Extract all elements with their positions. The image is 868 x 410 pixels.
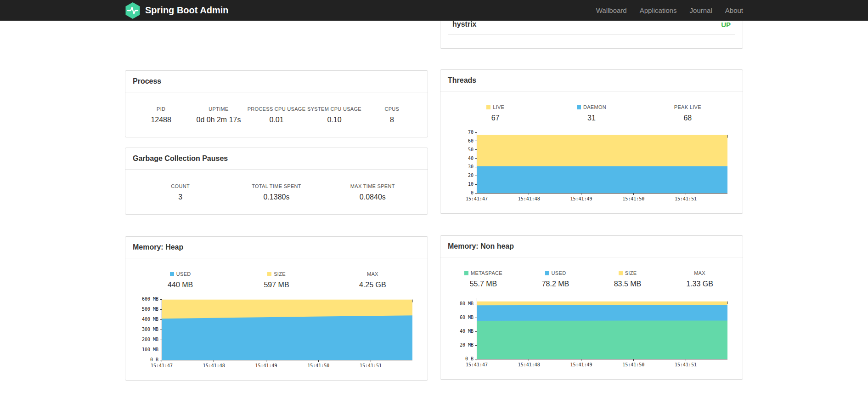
legend-label: USED [519, 270, 592, 276]
legend-heap-used: USED 440 MB [132, 271, 228, 289]
stat-value: 0.1380s [228, 193, 324, 201]
heap-panel: Memory: Heap USED 440 MB SIZE 597 MB [125, 236, 428, 381]
stat-value: 0.10 [305, 116, 363, 124]
svg-text:50: 50 [468, 147, 473, 152]
stat-system-cpu: SYSTEM CPU USAGE 0.10 [305, 106, 363, 124]
nonheap-chart-svg: 0 B20 MB40 MB60 MB80 MB15:41:4715:41:481… [454, 294, 729, 374]
size-swatch-icon [619, 271, 623, 275]
legend-value: 1.33 GB [664, 280, 736, 288]
stat-value: 12488 [132, 116, 190, 124]
legend-label: SIZE [592, 270, 664, 276]
legend-value: 31 [543, 114, 639, 122]
stat-value: 0.01 [248, 116, 306, 124]
used-swatch-icon [170, 272, 174, 276]
svg-text:15:41:47: 15:41:47 [466, 362, 488, 367]
health-row-hystrix: hystrix UP [448, 20, 735, 34]
legend-value: 55.7 MB [447, 280, 519, 288]
stat-label: TOTAL TIME SPENT [228, 183, 324, 189]
legend-value: 4.25 GB [325, 281, 421, 289]
svg-text:15:41:50: 15:41:50 [622, 362, 644, 367]
nav-item-journal[interactable]: Journal [683, 0, 719, 21]
legend-threads-peak: PEAK LIVE 68 [640, 104, 736, 122]
stat-gc-count: COUNT 3 [132, 183, 228, 201]
nav-item-applications[interactable]: Applications [633, 0, 683, 21]
stat-process-cpu: PROCESS CPU USAGE 0.01 [248, 106, 306, 124]
process-panel-title: Process [125, 71, 428, 92]
brand[interactable]: Spring Boot Admin [125, 2, 228, 19]
svg-text:15:41:48: 15:41:48 [518, 362, 540, 367]
svg-text:20 MB: 20 MB [460, 342, 473, 347]
svg-text:15:41:50: 15:41:50 [307, 363, 329, 368]
legend-label: MAX [325, 271, 421, 277]
svg-text:40 MB: 40 MB [460, 329, 473, 334]
svg-text:15:41:48: 15:41:48 [518, 196, 540, 201]
legend-label: MAX [664, 270, 736, 276]
navbar: Spring Boot Admin Wallboard Applications… [0, 0, 868, 21]
svg-text:600 MB: 600 MB [142, 296, 158, 302]
stat-value: 3 [132, 193, 228, 201]
svg-text:15:41:51: 15:41:51 [360, 363, 382, 368]
legend-value: 78.2 MB [519, 280, 592, 288]
svg-text:15:41:48: 15:41:48 [203, 363, 225, 368]
legend-nonheap-used: USED 78.2 MB [519, 270, 592, 288]
legend-value: 67 [447, 114, 543, 122]
heap-panel-title: Memory: Heap [125, 237, 428, 258]
process-panel: Process PID 12488 UPTIME 0d 0h 2m 17s PR… [125, 70, 428, 137]
stat-label: SYSTEM CPU USAGE [305, 106, 363, 112]
legend-heap-size: SIZE 597 MB [228, 271, 324, 289]
nonheap-chart: 0 B20 MB40 MB60 MB80 MB15:41:4715:41:481… [440, 291, 743, 379]
svg-text:15:41:47: 15:41:47 [151, 363, 173, 368]
svg-text:0 B: 0 B [465, 356, 473, 361]
stat-label: PID [132, 106, 190, 112]
legend-threads-live: LIVE 67 [447, 104, 543, 122]
svg-text:20: 20 [468, 173, 473, 178]
legend-nonheap-size: SIZE 83.5 MB [592, 270, 664, 288]
daemon-swatch-icon [577, 105, 581, 109]
legend-value: 83.5 MB [592, 280, 664, 288]
size-swatch-icon [267, 272, 271, 276]
brand-title: Spring Boot Admin [145, 5, 228, 16]
threads-chart-svg: 01020304050607015:41:4715:41:4815:41:491… [454, 128, 729, 208]
legend-label: SIZE [228, 271, 324, 277]
spring-boot-admin-logo-icon [125, 2, 141, 19]
metaspace-swatch-icon [464, 271, 468, 275]
svg-text:30: 30 [468, 164, 473, 169]
nonheap-panel-title: Memory: Non heap [440, 236, 743, 257]
svg-text:15:41:49: 15:41:49 [570, 196, 592, 201]
svg-text:0 B: 0 B [150, 357, 158, 362]
svg-text:40: 40 [468, 156, 473, 161]
nav-item-wallboard[interactable]: Wallboard [590, 0, 633, 21]
status-badge: UP [721, 21, 731, 28]
legend-label: PEAK LIVE [640, 104, 736, 110]
used-swatch-icon [545, 271, 549, 275]
svg-text:0: 0 [471, 190, 473, 195]
stat-label: UPTIME [190, 106, 247, 112]
legend-nonheap-metaspace: METASPACE 55.7 MB [447, 270, 519, 288]
svg-text:15:41:50: 15:41:50 [622, 196, 644, 201]
svg-text:300 MB: 300 MB [142, 327, 158, 332]
stat-label: CPUS [363, 106, 421, 112]
heap-chart: 0 B100 MB200 MB300 MB400 MB500 MB600 MB1… [125, 292, 428, 380]
dashboard: Process PID 12488 UPTIME 0d 0h 2m 17s PR… [125, 0, 743, 408]
stat-value: 8 [363, 116, 421, 124]
threads-panel-title: Threads [440, 70, 743, 91]
legend-label: DAEMON [543, 104, 639, 110]
svg-text:10: 10 [468, 182, 473, 187]
stat-uptime: UPTIME 0d 0h 2m 17s [190, 106, 247, 124]
svg-text:15:41:51: 15:41:51 [675, 196, 697, 201]
legend-nonheap-max: MAX 1.33 GB [664, 270, 736, 288]
stat-gc-total: TOTAL TIME SPENT 0.1380s [228, 183, 324, 201]
threads-chart: 01020304050607015:41:4715:41:4815:41:491… [440, 125, 743, 213]
svg-text:80 MB: 80 MB [460, 301, 473, 306]
nav-item-about[interactable]: About [719, 0, 743, 21]
nav-links: Wallboard Applications Journal About [590, 0, 743, 21]
stat-pid: PID 12488 [132, 106, 190, 124]
stat-value: 0.0840s [325, 193, 421, 201]
health-indicator-name: hystrix [452, 20, 476, 28]
svg-text:15:41:51: 15:41:51 [675, 362, 697, 367]
live-swatch-icon [486, 105, 490, 109]
legend-threads-daemon: DAEMON 31 [543, 104, 639, 122]
legend-label: USED [132, 271, 228, 277]
stat-cpus: CPUS 8 [363, 106, 421, 124]
legend-label: LIVE [447, 104, 543, 110]
